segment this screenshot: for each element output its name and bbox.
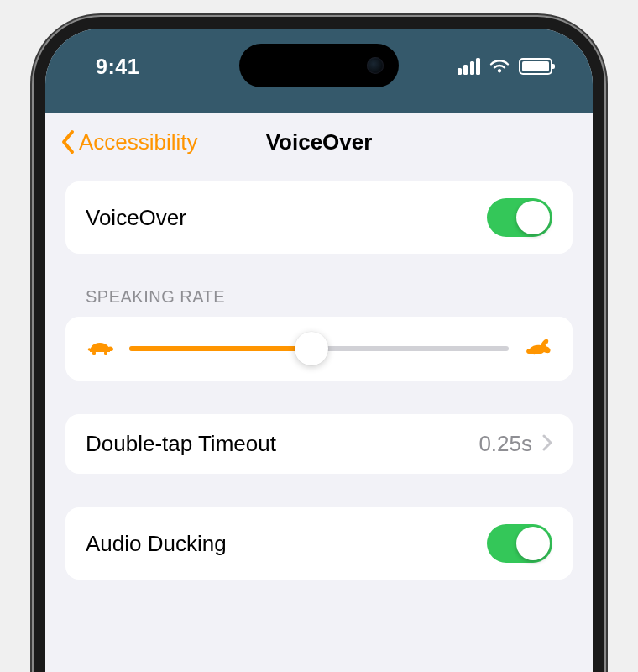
phone-frame: 9:41	[34, 17, 604, 672]
audio-ducking-row: Audio Ducking	[65, 507, 573, 580]
voiceover-label: VoiceOver	[86, 205, 186, 231]
double-tap-value: 0.25s	[478, 431, 532, 457]
toggle-knob	[516, 201, 550, 234]
voiceover-group: VoiceOver	[65, 181, 573, 254]
audio-ducking-group: Audio Ducking	[65, 507, 573, 580]
speaking-rate-slider[interactable]	[129, 346, 509, 351]
front-camera	[367, 57, 384, 74]
chevron-left-icon	[60, 129, 76, 155]
wifi-icon	[489, 58, 510, 75]
back-label: Accessibility	[79, 129, 198, 155]
slider-thumb[interactable]	[295, 332, 328, 365]
status-time: 9:41	[96, 55, 139, 79]
status-icons	[458, 58, 553, 75]
back-button[interactable]: Accessibility	[60, 129, 198, 155]
toggle-knob	[516, 527, 550, 560]
svg-rect-0	[92, 351, 96, 355]
content: VoiceOver SPEAKING RATE	[45, 171, 593, 590]
speaking-rate-row	[65, 317, 573, 381]
speaking-rate-header: SPEAKING RATE	[65, 287, 573, 317]
tortoise-icon	[86, 337, 114, 360]
double-tap-label: Double-tap Timeout	[86, 431, 276, 457]
double-tap-group: Double-tap Timeout 0.25s	[65, 414, 573, 474]
page-title: VoiceOver	[266, 129, 373, 155]
dynamic-island	[239, 44, 399, 87]
battery-icon	[519, 58, 552, 75]
audio-ducking-toggle[interactable]	[487, 524, 552, 563]
nav-bar: Accessibility VoiceOver	[45, 113, 593, 171]
cellular-signal-icon	[458, 58, 481, 75]
chevron-right-icon	[542, 431, 552, 457]
status-bar: 9:41	[45, 29, 593, 113]
double-tap-timeout-row[interactable]: Double-tap Timeout 0.25s	[65, 414, 573, 474]
slider-fill	[129, 346, 311, 351]
svg-point-2	[546, 344, 548, 346]
voiceover-row: VoiceOver	[65, 181, 573, 254]
audio-ducking-label: Audio Ducking	[86, 531, 227, 557]
speaking-rate-group	[65, 317, 573, 381]
voiceover-toggle[interactable]	[487, 198, 552, 237]
screen: 9:41	[45, 29, 593, 672]
hare-icon	[524, 337, 552, 360]
svg-rect-1	[104, 351, 107, 355]
